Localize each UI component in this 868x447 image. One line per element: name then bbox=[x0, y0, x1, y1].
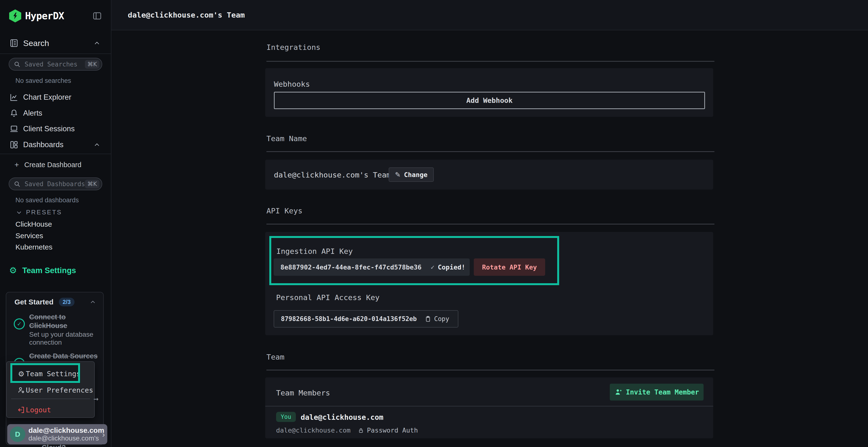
get-started-title: Get Started bbox=[14, 298, 54, 306]
sidebar: HyperDX Search ⌘K No saved searches Char… bbox=[0, 0, 112, 447]
menu-divider bbox=[11, 399, 90, 399]
saved-dashboards-input-wrap: ⌘K bbox=[9, 177, 102, 190]
section-label-team: Team bbox=[267, 353, 284, 361]
page-header: dale@clickhouse.com's Team bbox=[112, 0, 868, 30]
user-plus-icon bbox=[614, 388, 623, 396]
sidebar-item-chart-explorer[interactable]: Chart Explorer bbox=[0, 90, 111, 105]
app-title: HyperDX bbox=[25, 10, 64, 22]
presets-label: PRESETS bbox=[26, 209, 62, 216]
create-dashboard-button[interactable]: + Create Dashboard bbox=[14, 161, 82, 169]
user-team: dale@clickhouse.com's bbox=[28, 435, 102, 442]
ingestion-key-chip[interactable]: 8e887902-4ed7-44ea-8fec-f47cd578be36 ✓ C… bbox=[274, 259, 470, 276]
invite-button-label: Invite Team Member bbox=[626, 388, 699, 396]
sidebar-item-alerts[interactable]: Alerts bbox=[0, 106, 111, 121]
menu-item-user-preferences[interactable]: User Preferences bbox=[7, 382, 94, 398]
step-done-check-icon: ✓ bbox=[14, 318, 25, 330]
layout-grid-icon bbox=[9, 140, 20, 149]
sidebar-item-client-sessions[interactable]: Client Sessions bbox=[0, 122, 111, 136]
team-settings-label: Team Settings bbox=[22, 266, 76, 275]
get-started-step-title[interactable]: Create Data Sources bbox=[29, 352, 98, 360]
ingestion-key-label: Ingestion API Key bbox=[276, 247, 353, 255]
main-content: dale@clickhouse.com's Team Integrations … bbox=[112, 0, 868, 447]
progress-badge: 2/3 bbox=[59, 298, 74, 306]
rotate-api-key-button[interactable]: Rotate API Key bbox=[474, 259, 545, 276]
get-started-step-title[interactable]: Connect to ClickHouse bbox=[29, 313, 67, 330]
menu-item-label: Logout bbox=[26, 406, 51, 414]
hyperdx-logo-icon bbox=[9, 9, 21, 23]
sidebar-item-label: Dashboards bbox=[23, 140, 63, 149]
sidebar-item-label: Client Sessions bbox=[23, 125, 75, 133]
add-webhook-button[interactable]: Add Webhook bbox=[274, 92, 705, 109]
member-email: dale@clickhouse.com bbox=[301, 413, 383, 421]
api-keys-card: Ingestion API Key 8e887902-4ed7-44ea-8fe… bbox=[265, 232, 713, 335]
team-members-title: Team Members bbox=[276, 388, 330, 397]
pencil-icon: ✎ bbox=[395, 171, 401, 179]
search-icon bbox=[13, 61, 21, 68]
chart-icon bbox=[9, 93, 20, 102]
copied-status: Copied! bbox=[438, 264, 465, 271]
webhooks-card: Webhooks Add Webhook bbox=[265, 68, 713, 117]
menu-item-label: User Preferences bbox=[26, 386, 93, 394]
team-members-card: Team Members Invite Team Member You dale… bbox=[265, 377, 713, 438]
sidebar-item-search[interactable]: Search bbox=[0, 36, 111, 50]
team-name-card: dale@clickhouse.com's Team ✎ Change bbox=[265, 160, 713, 190]
member-email-secondary: dale@clickhouse.com bbox=[276, 426, 350, 434]
chevron-up-icon[interactable] bbox=[93, 141, 101, 148]
sidebar-team-settings-link[interactable]: ⚙ Team Settings bbox=[9, 265, 76, 275]
presets-toggle[interactable]: PRESETS bbox=[16, 209, 62, 216]
chevron-down-icon bbox=[16, 209, 23, 216]
page-title: dale@clickhouse.com's Team bbox=[128, 10, 245, 19]
gear-icon: ⚙ bbox=[9, 265, 17, 275]
search-icon bbox=[13, 180, 21, 187]
user-menu-popup: ⚙ Team Settings User Preferences Logout bbox=[6, 361, 95, 418]
personal-key-label: Personal API Access Key bbox=[276, 293, 379, 302]
divider bbox=[0, 153, 111, 154]
saved-searches-input-wrap: ⌘K bbox=[9, 58, 102, 71]
no-saved-searches-note: No saved searches bbox=[16, 77, 71, 84]
menu-item-team-settings[interactable]: ⚙ Team Settings bbox=[7, 366, 94, 381]
preset-item-services[interactable]: Services bbox=[16, 232, 43, 240]
sidebar-collapse-icon[interactable] bbox=[92, 11, 102, 21]
personal-key-value: 87982668-58b1-4d6e-a620-014a136f52eb bbox=[281, 315, 417, 322]
you-badge: You bbox=[276, 412, 296, 422]
preset-item-kubernetes[interactable]: Kubernetes bbox=[16, 243, 52, 251]
arrow-right-icon: → bbox=[94, 394, 98, 403]
shortcut-badge: ⌘K bbox=[85, 60, 99, 69]
section-label-api-keys: API Keys bbox=[267, 206, 302, 215]
lock-icon bbox=[358, 427, 364, 434]
bell-icon bbox=[9, 108, 20, 118]
clipboard-icon bbox=[425, 315, 431, 322]
change-team-name-button[interactable]: ✎ Change bbox=[389, 167, 434, 182]
invite-team-member-button[interactable]: Invite Team Member bbox=[610, 384, 704, 401]
chevron-up-icon[interactable] bbox=[93, 39, 101, 47]
saved-dashboards-input[interactable] bbox=[24, 180, 85, 188]
saved-searches-input[interactable] bbox=[24, 61, 85, 68]
preset-item-clickhouse[interactable]: ClickHouse bbox=[16, 220, 52, 228]
journal-icon bbox=[9, 38, 20, 48]
check-icon: ✓ bbox=[431, 264, 434, 271]
team-name-value: dale@clickhouse.com's Team bbox=[274, 171, 391, 179]
ingestion-key-value: 8e887902-4ed7-44ea-8fec-f47cd578be36 bbox=[280, 264, 422, 271]
section-divider bbox=[267, 224, 714, 225]
card-divider bbox=[265, 406, 713, 407]
webhooks-title: Webhooks bbox=[274, 80, 310, 89]
divider bbox=[0, 54, 111, 54]
user-email: dale@clickhouse.com bbox=[28, 426, 102, 435]
sidebar-item-label: Chart Explorer bbox=[23, 93, 71, 102]
menu-item-label: Team Settings bbox=[26, 370, 81, 378]
sidebar-item-dashboards[interactable]: Dashboards bbox=[0, 138, 111, 152]
shortcut-badge: ⌘K bbox=[85, 180, 99, 188]
no-saved-dashboards-note: No saved dashboards bbox=[16, 197, 79, 204]
chevron-up-icon[interactable] bbox=[89, 299, 96, 306]
create-dashboard-label: Create Dashboard bbox=[24, 161, 82, 169]
section-label-integrations: Integrations bbox=[267, 43, 320, 51]
user-profile-button[interactable]: D dale@clickhouse.com dale@clickhouse.co… bbox=[7, 424, 107, 444]
menu-item-logout[interactable]: Logout bbox=[7, 402, 94, 418]
personal-key-chip[interactable]: 87982668-58b1-4d6e-a620-014a136f52eb Cop… bbox=[274, 310, 458, 328]
copy-key-button[interactable]: Copy bbox=[425, 315, 450, 322]
section-divider bbox=[267, 370, 714, 370]
avatar: D bbox=[10, 426, 25, 442]
get-started-step-subtitle: Set up your database connection bbox=[29, 331, 93, 346]
section-divider bbox=[267, 61, 714, 62]
logo-row: HyperDX bbox=[9, 9, 102, 23]
